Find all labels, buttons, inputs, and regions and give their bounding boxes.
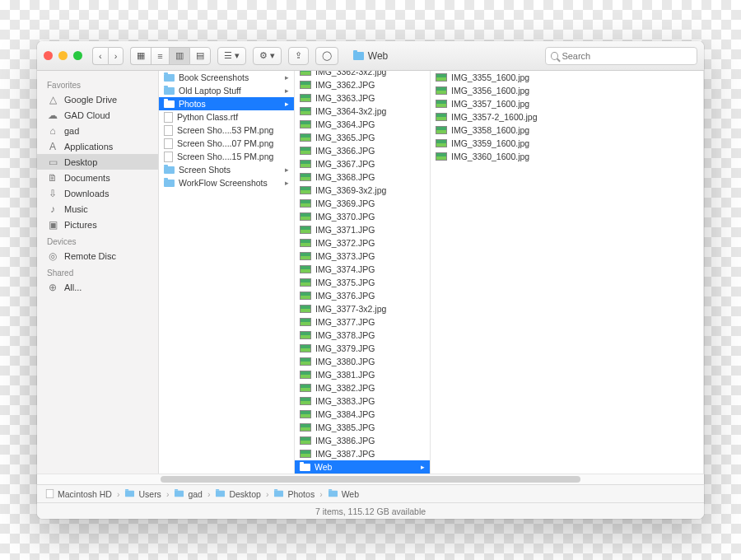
- file-name: IMG_3357-2_1600.jpg: [451, 112, 538, 122]
- zoom-button[interactable]: [73, 51, 82, 60]
- file-name: IMG_3362-3x2.jpg: [315, 71, 386, 77]
- file-name: Web: [315, 462, 332, 472]
- file-row[interactable]: Screen Shots▸: [159, 163, 294, 176]
- sidebar-item[interactable]: △Google Drive: [37, 91, 158, 107]
- sidebar-item-icon: A: [47, 141, 58, 152]
- file-row[interactable]: IMG_3358_1600.jpg: [431, 124, 703, 137]
- sidebar-item[interactable]: ◎Remote Disc: [37, 248, 158, 264]
- file-row[interactable]: IMG_3359_1600.jpg: [431, 137, 703, 150]
- file-row[interactable]: IMG_3356_1600.jpg: [431, 84, 703, 97]
- file-row[interactable]: IMG_3379.JPG: [295, 342, 430, 355]
- icon-view-button[interactable]: ▦: [130, 47, 151, 65]
- file-row[interactable]: IMG_3386.JPG: [295, 434, 430, 447]
- file-row[interactable]: IMG_3366.JPG: [295, 144, 430, 157]
- path-segment[interactable]: Photos: [273, 489, 315, 499]
- path-segment[interactable]: Macintosh HD: [45, 488, 112, 499]
- sidebar-item-label: Pictures: [64, 220, 97, 230]
- close-button[interactable]: [44, 51, 53, 60]
- file-row[interactable]: IMG_3368.JPG: [295, 170, 430, 184]
- file-row[interactable]: IMG_3360_1600.jpg: [431, 150, 703, 163]
- sidebar-item-icon: ⌂: [47, 125, 58, 137]
- sidebar-item[interactable]: ⇩Downloads: [37, 185, 158, 201]
- file-row[interactable]: IMG_3380.JPG: [295, 355, 430, 368]
- search-field[interactable]: [545, 47, 697, 65]
- path-segment[interactable]: Users: [124, 489, 161, 499]
- file-row[interactable]: IMG_3357-2_1600.jpg: [431, 110, 703, 124]
- horizontal-scrollbar[interactable]: [37, 474, 704, 484]
- file-row[interactable]: IMG_3369-3x2.jpg: [295, 184, 430, 197]
- file-row[interactable]: IMG_3372.JPG: [295, 236, 430, 250]
- file-row[interactable]: IMG_3362.JPG: [295, 78, 430, 91]
- file-row[interactable]: Book Screenshots▸: [159, 71, 294, 84]
- minimize-button[interactable]: [58, 51, 68, 60]
- file-row[interactable]: Python Class.rtf: [159, 110, 294, 124]
- sidebar-section-header: Devices: [37, 232, 158, 248]
- sidebar-item[interactable]: ☁GAD Cloud: [37, 107, 158, 123]
- image-icon: [300, 292, 311, 300]
- image-icon: [436, 113, 447, 121]
- file-row[interactable]: IMG_3365.JPG: [295, 131, 430, 144]
- search-input[interactable]: [562, 51, 692, 61]
- file-row[interactable]: IMG_3363.JPG: [295, 91, 430, 105]
- file-row[interactable]: IMG_3384.JPG: [295, 408, 430, 421]
- arrange-button[interactable]: ☰ ▾: [217, 47, 246, 65]
- forward-button[interactable]: ›: [108, 47, 124, 65]
- image-icon: [300, 147, 311, 155]
- file-row[interactable]: IMG_3383.JPG: [295, 394, 430, 408]
- file-row[interactable]: IMG_3381.JPG: [295, 368, 430, 381]
- file-row[interactable]: IMG_3367.JPG: [295, 157, 430, 170]
- file-row[interactable]: IMG_3373.JPG: [295, 250, 430, 263]
- file-row[interactable]: IMG_3385.JPG: [295, 421, 430, 434]
- action-button[interactable]: ⚙ ▾: [253, 47, 282, 65]
- sidebar-item[interactable]: 🗎Documents: [37, 170, 158, 185]
- file-row[interactable]: IMG_3377-3x2.jpg: [295, 302, 430, 315]
- file-row[interactable]: IMG_3362-3x2.jpg: [295, 71, 430, 78]
- tags-button[interactable]: ◯: [315, 47, 338, 65]
- file-row[interactable]: WorkFlow Screenshots▸: [159, 176, 294, 189]
- file-row[interactable]: IMG_3387.JPG: [295, 447, 430, 460]
- file-row[interactable]: IMG_3369.JPG: [295, 197, 430, 210]
- path-segment[interactable]: Desktop: [215, 489, 261, 499]
- status-bar: 7 items, 115.12 GB available: [37, 502, 704, 519]
- file-row[interactable]: IMG_3382.JPG: [295, 381, 430, 394]
- share-button[interactable]: ⇪: [288, 47, 309, 65]
- file-row[interactable]: IMG_3355_1600.jpg: [431, 71, 703, 84]
- file-row[interactable]: IMG_3364.JPG: [295, 118, 430, 131]
- file-row[interactable]: IMG_3371.JPG: [295, 223, 430, 236]
- path-segment[interactable]: Web: [328, 489, 359, 499]
- file-row[interactable]: Old Laptop Stuff▸: [159, 84, 294, 97]
- file-row[interactable]: Screen Sho....53 PM.png: [159, 124, 294, 137]
- file-row[interactable]: IMG_3364-3x2.jpg: [295, 105, 430, 118]
- folder-icon: [274, 491, 283, 497]
- file-row[interactable]: Screen Sho....15 PM.png: [159, 150, 294, 163]
- file-row[interactable]: IMG_3375.JPG: [295, 276, 430, 289]
- file-row[interactable]: IMG_3370.JPG: [295, 210, 430, 223]
- file-row[interactable]: Web▸: [295, 460, 430, 474]
- path-label: gad: [188, 489, 203, 499]
- file-row[interactable]: IMG_3378.JPG: [295, 329, 430, 342]
- file-row[interactable]: IMG_3357_1600.jpg: [431, 97, 703, 110]
- file-row[interactable]: IMG_3374.JPG: [295, 263, 430, 276]
- file-row[interactable]: Photos▸: [159, 97, 294, 110]
- window-body: Favorites△Google Drive☁GAD Cloud⌂gadAApp…: [37, 71, 704, 474]
- titlebar: ‹ › ▦ ≡ ▥ ▤ ☰ ▾ ⚙ ▾ ⇪ ◯ Web: [37, 41, 704, 71]
- scrollbar-thumb[interactable]: [161, 476, 580, 483]
- sidebar-item[interactable]: ♪Music: [37, 201, 158, 217]
- sidebar-item[interactable]: ▭Desktop: [37, 154, 158, 170]
- file-name: IMG_3367.JPG: [315, 159, 375, 169]
- file-row[interactable]: Screen Sho....07 PM.png: [159, 137, 294, 150]
- sidebar-item[interactable]: AApplications: [37, 138, 158, 154]
- image-icon: [300, 384, 311, 392]
- list-view-button[interactable]: ≡: [151, 47, 168, 65]
- sidebar-item[interactable]: ⊕All...: [37, 279, 158, 295]
- sidebar-item-icon: 🗎: [47, 172, 58, 184]
- file-row[interactable]: IMG_3376.JPG: [295, 289, 430, 302]
- status-text: 7 items, 115.12 GB available: [315, 506, 426, 516]
- sidebar-item[interactable]: ⌂gad: [37, 123, 158, 138]
- gallery-view-button[interactable]: ▤: [189, 47, 211, 65]
- sidebar-item[interactable]: ▣Pictures: [37, 217, 158, 232]
- file-row[interactable]: IMG_3377.JPG: [295, 315, 430, 329]
- column-view-button[interactable]: ▥: [169, 47, 189, 65]
- back-button[interactable]: ‹: [92, 47, 108, 65]
- path-segment[interactable]: gad: [174, 489, 203, 499]
